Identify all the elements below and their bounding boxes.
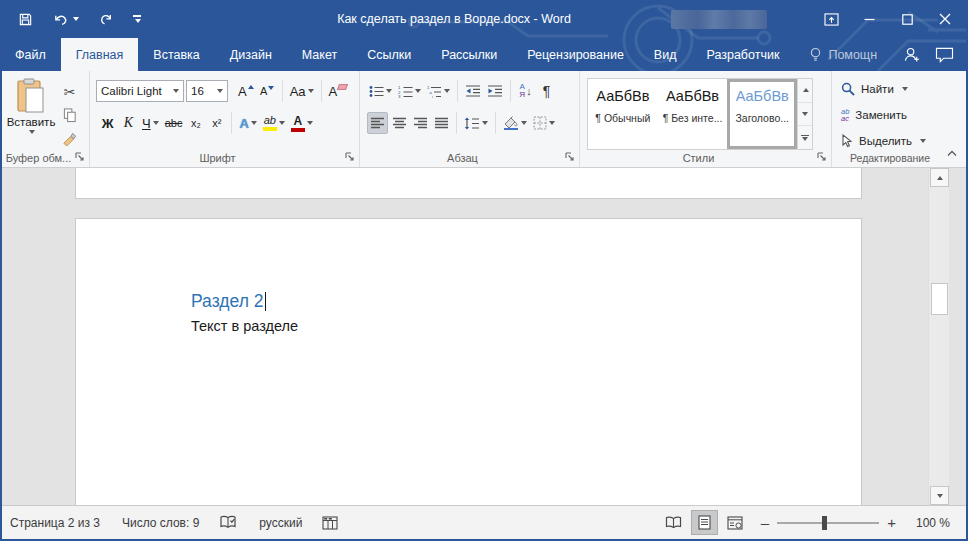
vertical-scrollbar[interactable] xyxy=(928,168,949,505)
text-effects-button[interactable]: A xyxy=(237,112,258,134)
underline-button[interactable]: Ч xyxy=(140,112,161,134)
superscript-button[interactable]: x² xyxy=(207,112,226,134)
zoom-out-button[interactable]: – xyxy=(753,514,777,531)
increase-indent-button[interactable] xyxy=(485,80,505,102)
tab-mailings[interactable]: Рассылки xyxy=(426,38,512,71)
zoom-slider-track[interactable] xyxy=(777,522,879,524)
proofing-status[interactable] xyxy=(219,515,237,530)
ribbon-display-options-button[interactable] xyxy=(812,0,850,38)
print-layout-button[interactable] xyxy=(691,510,718,535)
paste-button[interactable]: Вставить xyxy=(5,78,57,160)
window-border-left xyxy=(0,0,2,541)
align-left-button[interactable] xyxy=(367,112,388,134)
word-count[interactable]: Число слов: 9 xyxy=(122,516,199,530)
web-layout-button[interactable] xyxy=(722,510,749,535)
undo-button[interactable] xyxy=(50,6,81,32)
zoom-level[interactable]: 100 % xyxy=(916,516,950,530)
replace-button[interactable]: ab ac Заменить xyxy=(841,104,907,126)
language-indicator[interactable]: русский xyxy=(259,516,302,530)
scrollbar-thumb[interactable] xyxy=(931,283,948,315)
page-1-bottom[interactable] xyxy=(75,168,862,199)
multilevel-list-button[interactable]: 1 a i xyxy=(425,80,452,102)
numbering-button[interactable]: 1 2 3 xyxy=(396,80,423,102)
align-right-button[interactable] xyxy=(411,112,430,134)
copy-icon xyxy=(63,108,77,123)
select-button[interactable]: Выделить xyxy=(841,130,926,152)
paragraph-separator1 xyxy=(457,80,458,102)
collapse-ribbon-button[interactable] xyxy=(945,148,959,158)
page-indicator[interactable]: Страница 2 из 3 xyxy=(10,516,100,530)
styles-scroll-up[interactable] xyxy=(798,79,812,103)
tab-insert[interactable]: Вставка xyxy=(138,38,214,71)
font-size-combo[interactable]: 16 xyxy=(186,80,228,102)
shrink-font-button[interactable]: A xyxy=(258,80,277,102)
comment-icon[interactable] xyxy=(935,47,954,63)
ribbon-tab-row: Файл Главная Вставка Дизайн Макет Ссылки… xyxy=(0,38,968,71)
format-painter-button[interactable] xyxy=(60,127,79,149)
tab-tell-me[interactable]: Помощн xyxy=(794,38,892,71)
page-2[interactable]: Раздел 2 Текст в разделе xyxy=(75,218,862,505)
change-case-button[interactable]: Aa xyxy=(288,80,316,102)
shading-button[interactable] xyxy=(501,112,529,134)
decrease-indent-button[interactable] xyxy=(463,80,483,102)
document-heading[interactable]: Раздел 2 xyxy=(191,291,266,312)
redo-button[interactable] xyxy=(96,6,116,32)
scroll-up-button[interactable] xyxy=(930,168,949,187)
read-mode-button[interactable] xyxy=(660,510,687,535)
bold-button[interactable]: Ж xyxy=(98,112,117,134)
subscript-button[interactable]: x₂ xyxy=(186,112,205,134)
strikethrough-button[interactable]: abc xyxy=(163,112,185,134)
tab-design[interactable]: Дизайн xyxy=(215,38,287,71)
customize-quick-access-button[interactable] xyxy=(131,6,143,32)
font-size-caret xyxy=(217,89,223,93)
sort-button[interactable]: А Я ↓ xyxy=(516,80,535,102)
highlight-color-button[interactable]: ab xyxy=(261,112,287,134)
line-spacing-button[interactable] xyxy=(462,112,490,134)
styles-dialog-launcher[interactable] xyxy=(816,151,827,162)
styles-gallery-more[interactable] xyxy=(798,126,812,149)
clipboard-dialog-launcher[interactable] xyxy=(74,151,85,162)
increase-indent-icon xyxy=(487,85,503,97)
minimize-button[interactable] xyxy=(850,0,888,38)
zoom-slider-thumb[interactable] xyxy=(822,516,827,530)
bullets-button[interactable] xyxy=(367,80,394,102)
justify-button[interactable] xyxy=(432,112,451,134)
copy-button[interactable] xyxy=(60,104,79,126)
zoom-in-button[interactable]: + xyxy=(879,514,904,531)
tab-layout[interactable]: Макет xyxy=(287,38,352,71)
tab-view[interactable]: Вид xyxy=(639,38,692,71)
maximize-button[interactable] xyxy=(888,0,926,38)
font-dialog-launcher[interactable] xyxy=(344,151,355,162)
macro-indicator[interactable] xyxy=(322,516,338,530)
show-marks-button[interactable]: ¶ xyxy=(537,80,556,102)
tab-file[interactable]: Файл xyxy=(0,38,61,71)
save-button[interactable] xyxy=(16,6,35,32)
shrink-font-arrow xyxy=(268,86,274,90)
paragraph-dialog-launcher[interactable] xyxy=(564,151,575,162)
find-button[interactable]: Найти xyxy=(841,78,908,100)
document-body-text[interactable]: Текст в разделе xyxy=(191,318,298,334)
borders-button[interactable] xyxy=(531,112,557,134)
tab-review[interactable]: Рецензирование xyxy=(512,38,639,71)
share-user-icon[interactable] xyxy=(903,46,921,63)
paragraph-separator4 xyxy=(495,112,496,134)
tab-references[interactable]: Ссылки xyxy=(352,38,426,71)
scroll-down-button[interactable] xyxy=(930,486,949,505)
italic-button[interactable]: К xyxy=(119,112,138,134)
style-normal[interactable]: АаБбВв ¶ Обычный xyxy=(588,79,658,149)
grow-font-button[interactable]: A xyxy=(236,80,256,102)
redacted-account-area xyxy=(671,10,767,29)
tab-home[interactable]: Главная xyxy=(61,38,139,71)
style-heading[interactable]: АаБбВв Заголово... xyxy=(727,79,797,149)
font-color-button[interactable]: A xyxy=(289,112,315,134)
cut-button[interactable]: ✂ xyxy=(60,81,79,103)
align-center-button[interactable] xyxy=(390,112,409,134)
clear-formatting-button[interactable]: A xyxy=(327,80,350,102)
close-button[interactable] xyxy=(926,0,964,38)
tab-developer[interactable]: Разработчик xyxy=(691,38,794,71)
styles-scroll-down[interactable] xyxy=(798,103,812,127)
find-icon xyxy=(841,82,855,96)
document-area[interactable]: Раздел 2 Текст в разделе xyxy=(2,168,966,505)
style-no-spacing[interactable]: АаБбВв ¶ Без инте... xyxy=(658,79,728,149)
font-name-combo[interactable]: Calibri Light xyxy=(96,80,184,102)
